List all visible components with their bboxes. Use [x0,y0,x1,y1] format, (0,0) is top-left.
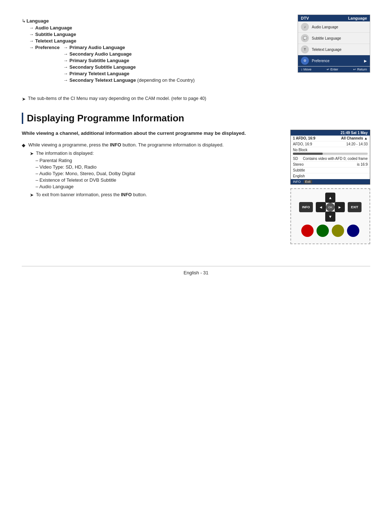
remote-bottom-row [295,225,366,237]
tv-menu-footer: ↕ Move ↵ Enter ↩ Return [298,66,370,72]
arrow-icon: → [63,45,68,50]
sub-note: ➤ The information is displayed: [30,151,279,156]
tv-menu-row-teletext: T Teletext Language [298,44,370,55]
pref-child-2: → Primary Subtitle Language [63,58,195,63]
tv-menu-body: ♪ Audio Language 💬 Subtitle Language T T… [298,21,370,66]
subtitle-label: Subtitle [293,168,305,172]
main-section: While viewing a channel, additional info… [22,130,370,244]
nav-left-button[interactable]: ◄ [316,202,326,212]
top-section: ↳ Language → Audio Language → Subtitle L… [22,15,370,85]
progress-bar-inner [293,153,323,155]
tree-item-audio-lang: → Audio Language [29,25,287,31]
row2-left: AFDO, 16:9 [293,142,312,146]
subtitle-lang-label: Subtitle Language [35,32,76,37]
preference-label: Preference [35,45,60,50]
pref-child-1: → Secondary Audio Language [63,51,195,57]
tv-info-row2: AFDO, 16:9 14:20 - 14:33 [291,141,370,147]
bullet1-content: While viewing a programme, press the INF… [28,142,224,148]
arrow-icon: → [29,38,34,44]
english-label: English [293,174,305,178]
footer-text: English - 31 [184,270,209,275]
arrow-icon: → [63,64,68,70]
nav-down-button[interactable]: ▼ [325,211,335,222]
green-button[interactable] [317,225,329,237]
note2-arrow: ➤ [30,192,34,198]
section-title: Displaying Programme Information [27,113,370,124]
tv-menu-teletext-label: Teletext Language [312,48,342,52]
note1-text: The sub-items of the CI Menu may vary de… [28,96,206,101]
tv-menu-header: DTV Language [298,15,370,21]
preference-icon: ⚙ [301,57,309,65]
pref-child-4: → Primary Teletext Language [63,71,195,76]
yellow-button[interactable] [332,225,344,237]
row2-right: 14:20 - 14:33 [346,142,368,146]
tree-level1: → Audio Language → Subtitle Language → T… [29,25,287,84]
arrow-icon: → [63,58,68,63]
footer-move: ↕ Move [301,68,311,71]
footer-enter: ↵ Enter [327,68,338,71]
info-button[interactable]: INFO [299,202,313,212]
tree-item-teletext-lang: → Teletext Language [29,38,287,44]
sub-note-arrow: ➤ [30,151,34,156]
tv-menu-row-subtitle: 💬 Subtitle Language [298,33,370,44]
pref-child-4-label: Primary Teletext Language [69,71,129,76]
note2-content: To exit from banner information, press t… [36,192,147,197]
intro-content: While viewing a channel, additional info… [22,130,246,136]
sub-note-text: The information is displayed: [36,151,94,156]
row4-right: Contains video with AFD 0; coded frame [303,157,368,161]
preference-children: → Primary Audio Language → Secondary Aud… [63,45,195,84]
row5-right: is 16:9 [357,162,368,166]
arrow-icon: → [29,45,34,50]
note1-line: ➤ The sub-items of the CI Menu may vary … [22,96,370,102]
main-content: While viewing a channel, additional info… [22,130,279,199]
list-item-0: Parental Rating [36,158,279,163]
info-label: INFO [293,180,301,184]
pref-child-0: → Primary Audio Language [63,45,195,50]
audio-icon: ♪ [301,23,309,31]
tv-info-progress: No Block [291,147,370,156]
nav-right-button[interactable]: ► [335,202,345,212]
list-item-3: Existence of Teletext or DVB Subtitle [36,177,279,183]
intro-text: While viewing a channel, additional info… [22,130,279,137]
progress-bar-outer [293,153,368,155]
tv-info-subtitle: Subtitle [291,168,370,173]
tv-info-row4: SD Contains video with AFD 0; coded fram… [291,156,370,162]
tv-info-footer: INFO Exit [291,179,370,184]
tree-item-preference: → Preference → Primary Audio Language → … [29,45,287,84]
tv-menu-box: DTV Language ♪ Audio Language 💬 Subtitle… [298,15,370,73]
pref-child-3: → Secondary Subtitle Language [63,64,195,70]
tv-info-time: 21:49 Sat 1 May [341,131,368,135]
arrow-icon: → [29,32,34,37]
blue-button[interactable] [347,225,359,237]
language-tree: ↳ Language → Audio Language → Subtitle L… [22,15,287,85]
tree-root: ↳ Language [22,18,287,24]
pref-child-0-label: Primary Audio Language [69,45,125,50]
arrow-icon: → [63,71,68,76]
teletext-icon: T [301,45,309,53]
root-arrow: ↳ [22,18,26,24]
list-item-1: Video Type: SD, HD, Radio [36,164,279,170]
tv-info-panel: 21:49 Sat 1 May 1 AFDO, 16:9 All Channel… [290,130,370,244]
tv-menu-header-left: DTV [301,16,309,20]
arrow-icon: → [63,51,68,57]
audio-lang-label: Audio Language [35,25,72,31]
subtitle-icon: 💬 [301,34,309,42]
list-item-4: Audio Language [36,184,279,189]
remote-top-row: INFO ▲ ◄ OK ► ▼ EXIT [295,193,366,222]
red-button[interactable] [301,225,314,237]
tv-menu-header-right: Language [348,16,367,20]
row3-label: No Block [293,148,307,152]
info-list: Parental Rating Video Type: SD, HD, Radi… [36,158,279,189]
nav-up-button[interactable]: ▲ [325,193,335,203]
tv-menu-audio-label: Audio Language [312,25,338,29]
note2-line: ➤ To exit from banner information, press… [30,192,279,198]
diamond-icon: ◆ [22,142,25,148]
nav-ok-button[interactable]: OK [326,203,335,211]
teletext-lang-label: Teletext Language [35,38,76,44]
exit-button[interactable]: EXIT [348,202,362,212]
tv-info-english: English [291,173,370,179]
arrow-icon: → [29,25,34,31]
tv-menu-subtitle-label: Subtitle Language [312,36,341,40]
pref-child-5: → Secondary Teletext Language (depending… [63,77,195,83]
tree-item-subtitle-lang: → Subtitle Language [29,32,287,37]
